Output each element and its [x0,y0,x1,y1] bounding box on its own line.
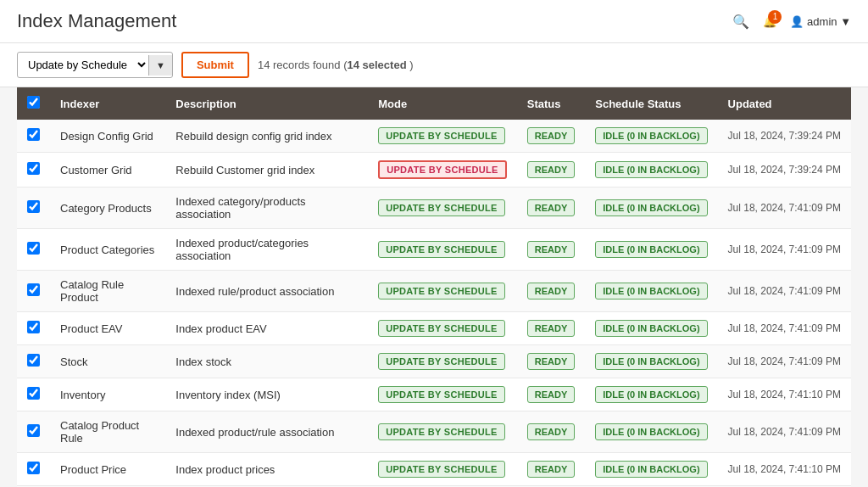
row-schedule-status: IDLE (0 IN BACKLOG) [585,378,717,411]
row-checkbox[interactable] [27,128,40,141]
row-status: READY [517,153,586,188]
row-updated: Jul 18, 2024, 7:39:24 PM [718,153,851,188]
row-checkbox[interactable] [27,162,40,175]
row-status: READY [517,345,586,378]
row-updated: Jul 18, 2024, 7:41:09 PM [718,229,851,271]
row-checkbox[interactable] [27,242,40,255]
row-checkbox-cell[interactable] [17,153,50,188]
row-checkbox[interactable] [27,354,40,367]
header-actions: 🔍 🔔 1 👤 admin ▼ [732,14,851,30]
table-row: Catalog Product RuleIndexed product/rule… [17,411,851,453]
row-indexer: Catalog Rule Product [50,271,165,312]
mode-badge: UPDATE BY SCHEDULE [378,160,507,179]
row-updated: Jul 18, 2024, 7:41:09 PM [718,312,851,345]
row-schedule-status: IDLE (0 IN BACKLOG) [585,188,717,229]
status-badge: READY [527,461,576,478]
row-mode: UPDATE BY SCHEDULE [368,345,517,378]
mode-badge: UPDATE BY SCHEDULE [378,127,505,144]
row-checkbox-cell[interactable] [17,345,50,378]
select-arrow-icon[interactable]: ▼ [148,55,172,76]
row-updated: Jul 18, 2024, 7:41:10 PM [718,453,851,486]
row-status: READY [517,271,586,312]
user-icon: 👤 [790,15,804,28]
row-description: Inventory index (MSI) [165,378,368,411]
table-row: Catalog Rule ProductIndexed rule/product… [17,271,851,312]
row-mode: UPDATE BY SCHEDULE [368,271,517,312]
header-checkbox-cell[interactable] [17,87,50,120]
row-description: Index product prices [165,453,368,486]
row-checkbox-cell[interactable] [17,188,50,229]
row-status: READY [517,378,586,411]
toolbar: Update by Schedule ▼ Submit 14 records f… [0,43,868,87]
row-description: Rebuild Customer grid index [165,153,368,188]
row-updated: Jul 18, 2024, 7:41:09 PM [718,411,851,453]
row-checkbox[interactable] [27,200,40,213]
row-schedule-status: IDLE (0 IN BACKLOG) [585,271,717,312]
index-table: Indexer Description Mode Status Schedule… [17,87,851,487]
row-schedule-status: IDLE (0 IN BACKLOG) [585,153,717,188]
row-indexer: Product EAV [50,312,165,345]
row-status: READY [517,120,586,153]
row-indexer: Inventory [50,378,165,411]
notification-bell[interactable]: 🔔 1 [763,15,776,28]
schedule-status-badge: IDLE (0 IN BACKLOG) [595,353,707,370]
status-badge: READY [527,386,576,403]
col-description: Description [165,87,368,120]
schedule-status-badge: IDLE (0 IN BACKLOG) [595,199,707,216]
action-select-wrapper[interactable]: Update by Schedule ▼ [17,52,173,78]
mode-badge: UPDATE BY SCHEDULE [378,423,505,440]
mode-badge: UPDATE BY SCHEDULE [378,320,505,337]
status-badge: READY [527,127,576,144]
status-badge: READY [527,283,576,299]
row-checkbox[interactable] [27,462,40,474]
col-schedule-status: Schedule Status [585,87,717,120]
row-schedule-status: IDLE (0 IN BACKLOG) [585,453,717,486]
row-mode: UPDATE BY SCHEDULE [368,188,517,229]
table-row: Design Config GridRebuild design config … [17,120,851,153]
row-status: READY [517,453,586,486]
select-all-checkbox[interactable] [27,96,40,109]
row-mode: UPDATE BY SCHEDULE [368,120,517,153]
row-checkbox-cell[interactable] [17,271,50,312]
row-updated: Jul 18, 2024, 7:41:09 PM [718,345,851,378]
status-badge: READY [527,320,576,337]
row-mode: UPDATE BY SCHEDULE [368,153,517,188]
row-checkbox[interactable] [27,283,40,296]
table-header-row: Indexer Description Mode Status Schedule… [17,87,851,120]
row-description: Index stock [165,345,368,378]
table-row: Product EAVIndex product EAVUPDATE BY SC… [17,312,851,345]
schedule-status-badge: IDLE (0 IN BACKLOG) [595,320,707,337]
row-checkbox-cell[interactable] [17,229,50,271]
admin-menu[interactable]: 👤 admin ▼ [790,15,851,28]
row-checkbox-cell[interactable] [17,453,50,486]
row-schedule-status: IDLE (0 IN BACKLOG) [585,229,717,271]
row-checkbox[interactable] [27,424,40,437]
mode-badge: UPDATE BY SCHEDULE [378,241,505,258]
col-status: Status [517,87,586,120]
row-checkbox-cell[interactable] [17,120,50,153]
row-updated: Jul 18, 2024, 7:41:09 PM [718,188,851,229]
col-indexer: Indexer [50,87,165,120]
row-updated: Jul 18, 2024, 7:41:10 PM [718,378,851,411]
table-row: StockIndex stockUPDATE BY SCHEDULEREADYI… [17,345,851,378]
col-mode: Mode [368,87,517,120]
page-header: Index Management 🔍 🔔 1 👤 admin ▼ [0,0,868,43]
search-icon[interactable]: 🔍 [732,14,749,30]
row-indexer: Customer Grid [50,153,165,188]
row-checkbox[interactable] [27,321,40,333]
row-status: READY [517,312,586,345]
row-mode: UPDATE BY SCHEDULE [368,411,517,453]
mode-badge: UPDATE BY SCHEDULE [378,283,505,299]
submit-button[interactable]: Submit [181,52,249,78]
row-checkbox-cell[interactable] [17,411,50,453]
table-row: Category ProductsIndexed category/produc… [17,188,851,229]
action-select[interactable]: Update by Schedule [18,53,148,77]
row-mode: UPDATE BY SCHEDULE [368,378,517,411]
row-checkbox-cell[interactable] [17,378,50,411]
schedule-status-badge: IDLE (0 IN BACKLOG) [595,241,707,258]
row-checkbox-cell[interactable] [17,312,50,345]
table-container: Indexer Description Mode Status Schedule… [0,87,868,487]
row-checkbox[interactable] [27,387,40,400]
row-description: Indexed rule/product association [165,271,368,312]
schedule-status-badge: IDLE (0 IN BACKLOG) [595,127,707,144]
